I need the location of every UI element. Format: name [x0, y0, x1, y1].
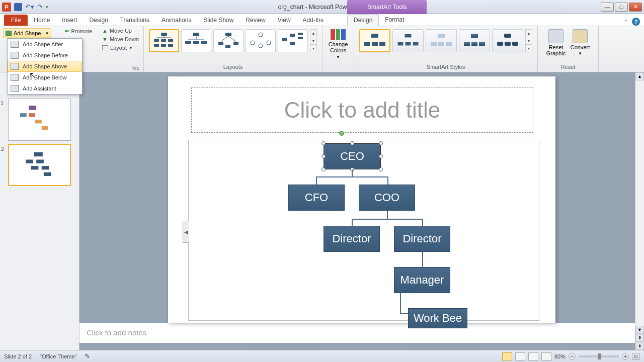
slide-canvas[interactable]: Click to add title ◀ CEO CFO	[168, 76, 555, 323]
minimize-ribbon-icon[interactable]: ⌃	[624, 19, 628, 25]
rotate-handle-icon[interactable]	[339, 131, 344, 136]
vertical-scrollbar[interactable]: ▲ ▼ ⇞ ⇟	[635, 72, 644, 350]
layout-half-circle[interactable]	[213, 29, 244, 52]
chevron-down-icon: ▼	[43, 31, 49, 36]
svg-rect-17	[225, 45, 230, 48]
tab-file[interactable]: File	[4, 15, 28, 26]
gallery-expand-icon[interactable]: ▾	[310, 45, 316, 52]
layout-hierarchy[interactable]	[278, 29, 308, 52]
smartart-container[interactable]: ◀ CEO CFO COO	[188, 140, 539, 321]
node-ceo[interactable]: CEO	[324, 143, 381, 169]
tab-transitions[interactable]: Transitions	[114, 15, 155, 26]
scroll-down-icon[interactable]: ▼	[635, 326, 644, 334]
node-director-1[interactable]: Director	[324, 226, 380, 252]
promote-button[interactable]: ⇐Promote	[63, 27, 94, 35]
style-intense-effect[interactable]	[492, 29, 523, 52]
slide-thumb-2[interactable]: 2	[8, 144, 71, 186]
slide-thumb-1[interactable]: 1	[8, 99, 71, 141]
slideshow-view-button[interactable]	[541, 352, 551, 360]
svg-rect-40	[471, 34, 478, 38]
slide-editor: Click to add title ◀ CEO CFO	[79, 72, 644, 350]
save-icon[interactable]	[14, 3, 22, 11]
help-icon[interactable]: ?	[632, 18, 640, 26]
move-down-button[interactable]: ▼Move Down	[101, 36, 140, 43]
tab-addins[interactable]: Add-Ins	[297, 15, 330, 26]
text-pane-toggle[interactable]: ◀	[183, 221, 189, 243]
close-button[interactable]: ✕	[629, 3, 642, 12]
tab-animations[interactable]: Animations	[155, 15, 197, 26]
next-slide-icon[interactable]: ⇟	[635, 342, 644, 350]
tab-home[interactable]: Home	[28, 15, 56, 26]
spell-check-icon[interactable]: ✎	[85, 352, 90, 360]
prev-slide-icon[interactable]: ⇞	[635, 334, 644, 342]
layouts-gallery-scroll[interactable]: ▲▼▾	[310, 29, 317, 52]
undo-icon[interactable]: ↶▾	[25, 3, 34, 11]
add-shape-above-item[interactable]: Add Shape Above	[8, 61, 82, 72]
qat-more-icon[interactable]: ▾	[46, 5, 48, 10]
main-area: 1 2 Click to add title ◀ CEO	[0, 72, 644, 350]
scroll-up-icon[interactable]: ▲	[310, 30, 316, 37]
zoom-out-button[interactable]: −	[569, 353, 576, 360]
gallery-expand-icon[interactable]: ▾	[526, 45, 532, 52]
change-colors-button[interactable]: Change Colors ▼	[326, 27, 351, 62]
scroll-up-icon[interactable]: ▲	[526, 30, 532, 37]
sorter-view-button[interactable]	[515, 352, 525, 360]
chevron-down-icon: ▼	[578, 51, 582, 56]
scroll-up-icon[interactable]: ▲	[635, 72, 644, 80]
title-placeholder[interactable]: Click to add title	[191, 87, 533, 133]
scroll-down-icon[interactable]: ▼	[526, 37, 532, 45]
reset-graphic-label: Reset Graphic	[545, 44, 567, 56]
notes-pane[interactable]: Click to add notes	[79, 323, 635, 343]
tab-slideshow[interactable]: Slide Show	[197, 15, 239, 26]
style-simple-fill[interactable]	[359, 29, 390, 52]
maximize-button[interactable]: □	[615, 3, 628, 12]
smartart-tools-context-tab: SmartArt Tools	[347, 0, 427, 14]
layout-button[interactable]: Layout▼	[101, 44, 140, 51]
add-shape-button[interactable]: Add Shape ▼	[3, 28, 51, 38]
slide-counter: Slide 2 of 2	[4, 353, 32, 359]
zoom-slider[interactable]	[579, 355, 619, 357]
node-cfo[interactable]: CFO	[288, 185, 345, 211]
styles-gallery-scroll[interactable]: ▲▼▾	[525, 29, 532, 52]
svg-rect-54	[26, 160, 33, 163]
add-after-icon	[11, 41, 19, 48]
svg-rect-12	[201, 41, 207, 44]
zoom-level[interactable]: 80%	[554, 353, 566, 359]
move-up-button[interactable]: ▲Move Up	[101, 27, 140, 34]
tab-smartart-format[interactable]: Format	[379, 14, 410, 26]
tab-design[interactable]: Design	[83, 15, 114, 26]
minimize-button[interactable]: —	[601, 3, 614, 12]
node-manager[interactable]: Manager	[394, 267, 450, 293]
scroll-down-icon[interactable]: ▼	[310, 37, 316, 45]
add-assistant-item[interactable]: Add Assistant	[8, 83, 82, 94]
tab-view[interactable]: View	[272, 15, 297, 26]
add-shape-after-item[interactable]: Add Shape After	[8, 39, 82, 50]
fit-window-button[interactable]: ⊡	[632, 353, 640, 360]
style-white-outline[interactable]	[392, 29, 424, 52]
style-subtle-effect[interactable]	[426, 29, 457, 52]
reading-view-button[interactable]	[528, 352, 538, 360]
tab-insert[interactable]: Insert	[56, 15, 83, 26]
theme-name: "Office Theme"	[40, 353, 76, 359]
add-shape-below-item[interactable]: Add Shape Below	[8, 72, 82, 83]
layout-org-chart[interactable]	[149, 29, 179, 52]
svg-rect-6	[168, 44, 173, 47]
zoom-in-button[interactable]: +	[622, 353, 629, 360]
node-workbee[interactable]: Work Bee	[408, 308, 467, 328]
normal-view-button[interactable]	[502, 352, 512, 360]
node-director-2[interactable]: Director	[394, 226, 450, 252]
layout-name-title[interactable]	[181, 29, 211, 52]
svg-rect-11	[193, 41, 199, 44]
style-moderate-effect[interactable]	[459, 29, 490, 52]
add-shape-before-item[interactable]: Add Shape Before	[8, 50, 82, 61]
svg-rect-55	[36, 160, 44, 163]
ribbon: Add Shape ▼ Add Shape After Add Shape Be…	[0, 26, 644, 72]
tab-smartart-design[interactable]: Design	[347, 14, 379, 26]
convert-button[interactable]: Convert ▼	[569, 29, 591, 56]
redo-icon[interactable]: ↷	[37, 3, 43, 11]
tab-review[interactable]: Review	[239, 15, 271, 26]
reset-graphic-button[interactable]: Reset Graphic	[545, 29, 567, 56]
svg-rect-44	[504, 34, 511, 38]
node-coo[interactable]: COO	[359, 185, 415, 211]
layout-circle-picture[interactable]	[246, 29, 276, 52]
